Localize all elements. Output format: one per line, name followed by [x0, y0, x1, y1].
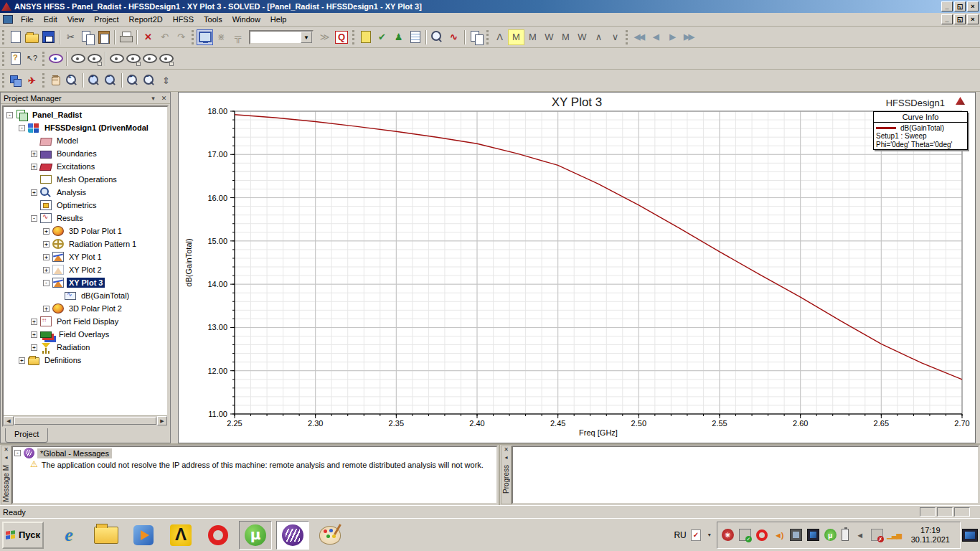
message-close-icon[interactable]: ✕: [4, 446, 9, 454]
zoom-actual-icon[interactable]: 1: [64, 72, 80, 88]
tree-item-3d-polar-plot-1[interactable]: +3D Polar Plot 1: [4, 225, 167, 237]
network-offline-icon[interactable]: [871, 529, 883, 541]
show-selection-window-icon[interactable]: [125, 51, 141, 67]
print-icon[interactable]: [118, 29, 134, 45]
paint-icon[interactable]: [314, 521, 347, 550]
tray-expand-icon[interactable]: ▾: [705, 532, 714, 538]
message-item-row[interactable]: ⚠ The application could not resolve the …: [13, 459, 496, 469]
solution-select-combo[interactable]: ▼: [249, 30, 314, 44]
nav-prev-icon[interactable]: ◀: [647, 29, 664, 45]
trace-min-icon[interactable]: W: [541, 29, 557, 45]
toolbar-grip[interactable]: [42, 73, 44, 88]
file-explorer-icon[interactable]: [90, 521, 123, 550]
toolbar-grip[interactable]: [192, 30, 194, 44]
language-indicator[interactable]: RU: [674, 530, 686, 540]
tree-expander-icon[interactable]: +: [31, 344, 37, 351]
tree-expander-icon[interactable]: +: [31, 164, 37, 170]
tree-expander-icon[interactable]: -: [31, 215, 37, 222]
panel-menu-icon[interactable]: ▾: [149, 95, 158, 102]
tab-project[interactable]: Project: [5, 428, 48, 443]
volume-icon[interactable]: ◄: [854, 529, 866, 541]
show-all-visibility-icon[interactable]: [47, 51, 64, 67]
minimize-button[interactable]: _: [941, 1, 953, 11]
context-help-icon[interactable]: ↖?: [24, 51, 40, 67]
taskbar-clock[interactable]: 17:19 30.11.2021: [905, 526, 956, 545]
hide-selection-window-icon[interactable]: [86, 51, 103, 67]
tree-expander-icon[interactable]: +: [43, 241, 50, 248]
show-active-window-icon[interactable]: [158, 51, 174, 67]
menu-view[interactable]: View: [62, 14, 90, 25]
menu-window[interactable]: Window: [227, 14, 265, 25]
utorrent-tray-icon[interactable]: µ: [824, 529, 837, 541]
toolbar-grip[interactable]: [2, 73, 4, 88]
menu-edit[interactable]: Edit: [39, 14, 62, 25]
cut-icon[interactable]: ✂: [62, 29, 79, 45]
tree-item-radiation-pattern-1[interactable]: +Radiation Pattern 1: [4, 237, 167, 250]
tree-item-mesh-operations[interactable]: Mesh Operations: [4, 173, 167, 186]
show-active-icon[interactable]: [141, 51, 158, 67]
pan-hand-icon[interactable]: [47, 72, 64, 88]
usb-device-icon[interactable]: [739, 529, 751, 541]
panel-splitter[interactable]: [171, 92, 178, 443]
battery-icon[interactable]: [842, 529, 849, 541]
trace-min-marker-icon[interactable]: W: [574, 29, 590, 45]
tree-item-xy-plot-2[interactable]: +XY Plot 2: [4, 263, 167, 276]
message-group-label[interactable]: *Global - Messages: [37, 448, 112, 458]
tree-expander-icon[interactable]: +: [31, 189, 37, 196]
scroll-left-icon[interactable]: ◀: [4, 416, 14, 425]
combo-dropdown-icon[interactable]: ▼: [301, 32, 312, 43]
message-group-expander[interactable]: -: [14, 450, 21, 456]
new-file-icon[interactable]: [7, 29, 24, 45]
display-settings-icon[interactable]: [807, 529, 819, 541]
tree-expander-icon[interactable]: +: [43, 306, 50, 312]
tree-item-hfssdesign1-drivenmodal[interactable]: -HFSSDesign1 (DrivenModal: [4, 121, 167, 134]
tree-expander-icon[interactable]: -: [19, 125, 25, 131]
zoom-report-icon[interactable]: [429, 29, 446, 45]
tree-item-model[interactable]: Model: [4, 134, 167, 147]
tree-item-panel-radist[interactable]: -Panel_Radist: [4, 108, 167, 121]
help-topics-icon[interactable]: [7, 51, 24, 67]
show-selection-icon[interactable]: [108, 51, 125, 67]
analyze-all-icon[interactable]: ♟: [390, 29, 407, 45]
internet-explorer-icon[interactable]: e: [52, 521, 85, 550]
message-log-icon[interactable]: [357, 29, 374, 45]
journal-icon[interactable]: [691, 529, 701, 541]
zoom-in-icon[interactable]: +: [86, 72, 103, 88]
tree-item-label[interactable]: Boundaries: [55, 149, 99, 159]
tree-expander-icon[interactable]: +: [43, 254, 50, 260]
mdi-minimize-button[interactable]: _: [941, 14, 953, 24]
mdi-document-icon[interactable]: [3, 15, 13, 24]
tree-expander-icon[interactable]: -: [43, 280, 50, 286]
nav-first-icon[interactable]: ◀◀: [631, 29, 647, 45]
signal-strength-icon[interactable]: ▁▃▅: [888, 529, 900, 541]
mdi-close-button[interactable]: ×: [967, 14, 979, 24]
hide-selection-icon[interactable]: [70, 51, 86, 67]
tree-expander-icon[interactable]: +: [43, 267, 50, 273]
progress-close-icon[interactable]: ✕: [504, 446, 509, 454]
tree-item-label[interactable]: Radiation: [55, 342, 92, 352]
ansys-hfss-icon[interactable]: [276, 521, 309, 550]
message-collapse-icon[interactable]: ◂: [4, 454, 7, 462]
fit-all-icon[interactable]: ⇕: [158, 72, 174, 88]
tree-item-label[interactable]: Optimetrics: [55, 200, 99, 210]
tree-item-label[interactable]: 3D Polar Plot 1: [67, 226, 124, 236]
antivirus-icon[interactable]: ✳: [722, 529, 734, 541]
menu-tools[interactable]: Tools: [199, 14, 227, 25]
toolbar-grip[interactable]: [486, 30, 489, 44]
menu-help[interactable]: Help: [265, 14, 292, 25]
create-report-icon[interactable]: ∿: [446, 29, 462, 45]
media-player-icon[interactable]: [127, 521, 160, 550]
save-icon[interactable]: [40, 29, 57, 45]
trace-max-marker-icon[interactable]: M: [557, 29, 574, 45]
tree-expander-icon[interactable]: +: [19, 357, 25, 364]
combo-value[interactable]: [250, 32, 301, 43]
tree-horizontal-scrollbar[interactable]: ◀ ▶: [4, 415, 167, 425]
modeler-objects-icon[interactable]: [7, 72, 24, 88]
tree-expander-icon[interactable]: +: [31, 331, 37, 338]
tree-item-label[interactable]: XY Plot 2: [67, 265, 104, 275]
tree-item-excitations[interactable]: +Excitations: [4, 160, 167, 173]
tree-expander-icon[interactable]: +: [43, 228, 50, 235]
redo-icon[interactable]: ↷: [173, 29, 189, 45]
panel-close-icon[interactable]: ✕: [159, 95, 169, 102]
sweep-setup-icon[interactable]: ≫: [316, 29, 333, 45]
